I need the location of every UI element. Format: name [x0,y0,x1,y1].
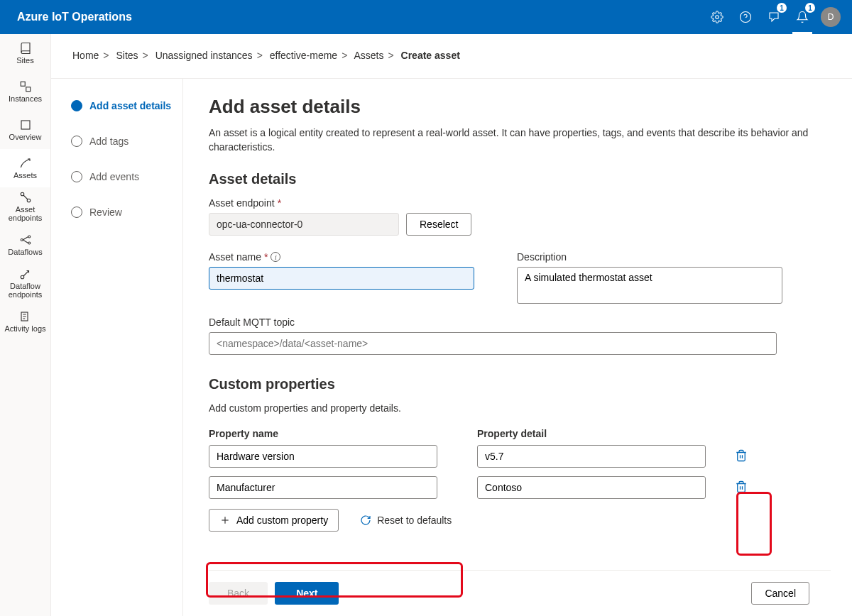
breadcrumb-current: Create asset [401,50,460,61]
next-button[interactable]: Next [275,582,339,605]
sidebar-item-assets[interactable]: Assets [0,149,50,187]
back-button: Back [209,582,268,605]
description-label: Description [517,251,782,263]
step-add-tags[interactable]: Add tags [71,136,182,147]
breadcrumb: Home> Sites> Unassigned instances> effec… [51,34,852,79]
property-name-header: Property name [209,428,437,439]
top-bar: Azure IoT Operations 1 1 D [0,0,852,34]
svg-point-8 [21,239,23,241]
svg-point-0 [716,16,719,19]
add-custom-property-button[interactable]: Add custom property [209,509,339,532]
property-name-input[interactable] [209,445,437,468]
mqtt-topic-input[interactable] [209,332,777,355]
svg-point-9 [28,236,30,238]
sidebar-label: Asset endpoints [1,205,49,222]
sidebar-item-asset-endpoints[interactable]: Asset endpoints [0,187,50,226]
notifications-badge: 1 [805,3,815,13]
page-title: Add asset details [209,96,831,118]
footer: Back Next Cancel [209,570,831,616]
sidebar-label: Overview [9,133,42,141]
svg-point-10 [28,242,30,244]
breadcrumb-instance[interactable]: effective-meme [270,50,337,61]
breadcrumb-unassigned[interactable]: Unassigned instances [155,50,253,61]
description-input[interactable]: A simulated thermostat asset [517,267,782,304]
cancel-button[interactable]: Cancel [751,582,809,605]
step-add-events[interactable]: Add events [71,171,182,182]
delete-row-button[interactable] [732,478,750,498]
property-detail-input[interactable] [477,476,706,499]
refresh-icon [360,515,371,526]
sidebar-label: Dataflow endpoints [1,282,49,299]
breadcrumb-assets[interactable]: Assets [354,50,383,61]
delete-row-button[interactable] [732,446,750,467]
topbar-icons: 1 1 D [703,0,841,34]
sidebar-item-overview[interactable]: Overview [0,111,50,149]
property-detail-input[interactable] [477,445,706,468]
sidebar-item-instances[interactable]: Instances [0,72,50,111]
sidebar-item-activity-logs[interactable]: Activity logs [0,302,50,341]
sidebar-item-sites[interactable]: Sites [0,34,50,72]
sidebar-label: Assets [13,171,37,180]
mqtt-label: Default MQTT topic [209,317,831,328]
property-row [209,445,831,468]
plus-icon [219,515,231,526]
property-detail-header: Property detail [477,428,706,439]
asset-name-input[interactable] [209,267,474,290]
brand-title: Azure IoT Operations [17,11,703,23]
feedback-badge: 1 [777,3,787,13]
reselect-button[interactable]: Reselect [406,213,471,236]
svg-point-1 [741,12,751,23]
endpoint-field [209,213,399,236]
feedback-icon[interactable]: 1 [760,0,788,34]
sidebar-label: Sites [16,56,33,65]
sidebar-label: Dataflows [8,248,42,256]
breadcrumb-sites[interactable]: Sites [116,50,138,61]
settings-icon[interactable] [703,0,731,34]
help-icon[interactable] [731,0,760,34]
sidebar: Sites Instances Overview Assets Asset en… [0,34,51,616]
svg-rect-4 [26,87,30,92]
section-asset-details: Asset details [209,171,831,187]
sidebar-label: Activity logs [4,324,45,333]
step-nav: Add asset details Add tags Add events Re… [51,79,183,616]
breadcrumb-home[interactable]: Home [72,50,99,61]
property-row [209,476,831,499]
sidebar-label: Instances [9,94,42,103]
endpoint-label: Asset endpoint * [209,197,831,209]
svg-rect-3 [21,82,25,86]
svg-rect-5 [21,121,30,129]
custom-sub: Add custom properties and property detai… [209,402,831,414]
sidebar-item-dataflow-endpoints[interactable]: Dataflow endpoints [0,264,50,302]
section-custom-properties: Custom properties [209,376,831,392]
user-avatar[interactable]: D [821,7,841,27]
page-intro: An asset is a logical entity created to … [209,126,831,154]
sidebar-item-dataflows[interactable]: Dataflows [0,226,50,264]
step-review[interactable]: Review [71,207,182,218]
step-asset-details[interactable]: Add asset details [71,100,182,111]
property-name-input[interactable] [209,476,437,499]
reset-defaults-button[interactable]: Reset to defaults [350,509,462,532]
info-icon[interactable]: i [271,252,280,262]
asset-name-label: Asset name * i [209,251,474,263]
notifications-icon[interactable]: 1 [788,0,816,34]
